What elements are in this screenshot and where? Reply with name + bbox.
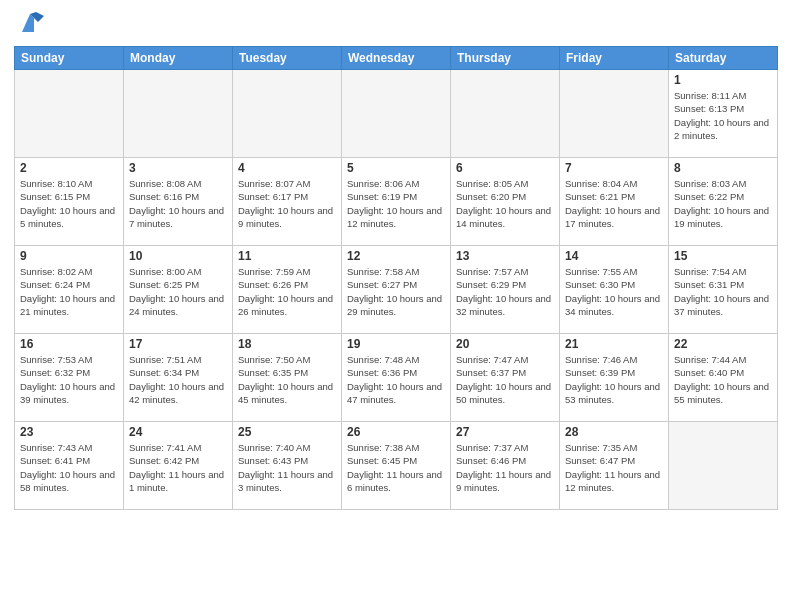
- day-number: 28: [565, 425, 663, 439]
- calendar-cell: 1Sunrise: 8:11 AM Sunset: 6:13 PM Daylig…: [669, 70, 778, 158]
- day-info: Sunrise: 7:55 AM Sunset: 6:30 PM Dayligh…: [565, 265, 663, 318]
- day-info: Sunrise: 7:44 AM Sunset: 6:40 PM Dayligh…: [674, 353, 772, 406]
- day-info: Sunrise: 8:02 AM Sunset: 6:24 PM Dayligh…: [20, 265, 118, 318]
- day-number: 14: [565, 249, 663, 263]
- calendar-cell: 18Sunrise: 7:50 AM Sunset: 6:35 PM Dayli…: [233, 334, 342, 422]
- calendar-header-row: SundayMondayTuesdayWednesdayThursdayFrid…: [15, 47, 778, 70]
- day-number: 15: [674, 249, 772, 263]
- day-info: Sunrise: 8:00 AM Sunset: 6:25 PM Dayligh…: [129, 265, 227, 318]
- day-info: Sunrise: 8:07 AM Sunset: 6:17 PM Dayligh…: [238, 177, 336, 230]
- day-number: 3: [129, 161, 227, 175]
- day-number: 10: [129, 249, 227, 263]
- calendar-cell: 2Sunrise: 8:10 AM Sunset: 6:15 PM Daylig…: [15, 158, 124, 246]
- day-info: Sunrise: 8:11 AM Sunset: 6:13 PM Dayligh…: [674, 89, 772, 142]
- day-number: 2: [20, 161, 118, 175]
- day-info: Sunrise: 8:08 AM Sunset: 6:16 PM Dayligh…: [129, 177, 227, 230]
- calendar-cell: [669, 422, 778, 510]
- calendar-cell: 12Sunrise: 7:58 AM Sunset: 6:27 PM Dayli…: [342, 246, 451, 334]
- calendar-cell: 25Sunrise: 7:40 AM Sunset: 6:43 PM Dayli…: [233, 422, 342, 510]
- calendar-cell: [342, 70, 451, 158]
- day-number: 7: [565, 161, 663, 175]
- calendar-cell: 9Sunrise: 8:02 AM Sunset: 6:24 PM Daylig…: [15, 246, 124, 334]
- calendar-week-1: 2Sunrise: 8:10 AM Sunset: 6:15 PM Daylig…: [15, 158, 778, 246]
- day-info: Sunrise: 8:03 AM Sunset: 6:22 PM Dayligh…: [674, 177, 772, 230]
- calendar-cell: 21Sunrise: 7:46 AM Sunset: 6:39 PM Dayli…: [560, 334, 669, 422]
- day-number: 16: [20, 337, 118, 351]
- calendar-cell: [15, 70, 124, 158]
- day-number: 12: [347, 249, 445, 263]
- day-info: Sunrise: 8:05 AM Sunset: 6:20 PM Dayligh…: [456, 177, 554, 230]
- day-info: Sunrise: 7:53 AM Sunset: 6:32 PM Dayligh…: [20, 353, 118, 406]
- day-info: Sunrise: 7:48 AM Sunset: 6:36 PM Dayligh…: [347, 353, 445, 406]
- day-number: 8: [674, 161, 772, 175]
- day-info: Sunrise: 7:43 AM Sunset: 6:41 PM Dayligh…: [20, 441, 118, 494]
- calendar-cell: 23Sunrise: 7:43 AM Sunset: 6:41 PM Dayli…: [15, 422, 124, 510]
- calendar-week-3: 16Sunrise: 7:53 AM Sunset: 6:32 PM Dayli…: [15, 334, 778, 422]
- day-info: Sunrise: 7:40 AM Sunset: 6:43 PM Dayligh…: [238, 441, 336, 494]
- day-number: 11: [238, 249, 336, 263]
- calendar-cell: 3Sunrise: 8:08 AM Sunset: 6:16 PM Daylig…: [124, 158, 233, 246]
- calendar-cell: 11Sunrise: 7:59 AM Sunset: 6:26 PM Dayli…: [233, 246, 342, 334]
- day-number: 19: [347, 337, 445, 351]
- day-number: 1: [674, 73, 772, 87]
- day-info: Sunrise: 7:57 AM Sunset: 6:29 PM Dayligh…: [456, 265, 554, 318]
- calendar-cell: [233, 70, 342, 158]
- header: [14, 10, 778, 38]
- calendar-cell: 17Sunrise: 7:51 AM Sunset: 6:34 PM Dayli…: [124, 334, 233, 422]
- calendar-header-wednesday: Wednesday: [342, 47, 451, 70]
- calendar-week-4: 23Sunrise: 7:43 AM Sunset: 6:41 PM Dayli…: [15, 422, 778, 510]
- calendar-cell: [451, 70, 560, 158]
- page: SundayMondayTuesdayWednesdayThursdayFrid…: [0, 0, 792, 612]
- calendar-cell: 26Sunrise: 7:38 AM Sunset: 6:45 PM Dayli…: [342, 422, 451, 510]
- day-number: 20: [456, 337, 554, 351]
- day-number: 21: [565, 337, 663, 351]
- day-info: Sunrise: 7:35 AM Sunset: 6:47 PM Dayligh…: [565, 441, 663, 494]
- calendar-week-0: 1Sunrise: 8:11 AM Sunset: 6:13 PM Daylig…: [15, 70, 778, 158]
- day-info: Sunrise: 7:50 AM Sunset: 6:35 PM Dayligh…: [238, 353, 336, 406]
- calendar-week-2: 9Sunrise: 8:02 AM Sunset: 6:24 PM Daylig…: [15, 246, 778, 334]
- day-info: Sunrise: 8:04 AM Sunset: 6:21 PM Dayligh…: [565, 177, 663, 230]
- day-number: 18: [238, 337, 336, 351]
- day-info: Sunrise: 7:41 AM Sunset: 6:42 PM Dayligh…: [129, 441, 227, 494]
- calendar-cell: 10Sunrise: 8:00 AM Sunset: 6:25 PM Dayli…: [124, 246, 233, 334]
- day-number: 13: [456, 249, 554, 263]
- day-info: Sunrise: 8:10 AM Sunset: 6:15 PM Dayligh…: [20, 177, 118, 230]
- calendar-header-thursday: Thursday: [451, 47, 560, 70]
- calendar-cell: 5Sunrise: 8:06 AM Sunset: 6:19 PM Daylig…: [342, 158, 451, 246]
- calendar-cell: 28Sunrise: 7:35 AM Sunset: 6:47 PM Dayli…: [560, 422, 669, 510]
- calendar: SundayMondayTuesdayWednesdayThursdayFrid…: [14, 46, 778, 510]
- day-info: Sunrise: 7:47 AM Sunset: 6:37 PM Dayligh…: [456, 353, 554, 406]
- day-info: Sunrise: 7:58 AM Sunset: 6:27 PM Dayligh…: [347, 265, 445, 318]
- calendar-header-saturday: Saturday: [669, 47, 778, 70]
- day-number: 24: [129, 425, 227, 439]
- calendar-cell: 16Sunrise: 7:53 AM Sunset: 6:32 PM Dayli…: [15, 334, 124, 422]
- day-info: Sunrise: 7:54 AM Sunset: 6:31 PM Dayligh…: [674, 265, 772, 318]
- day-info: Sunrise: 7:38 AM Sunset: 6:45 PM Dayligh…: [347, 441, 445, 494]
- day-number: 27: [456, 425, 554, 439]
- logo: [14, 10, 44, 38]
- calendar-header-sunday: Sunday: [15, 47, 124, 70]
- day-number: 25: [238, 425, 336, 439]
- logo-icon: [16, 10, 44, 38]
- day-number: 9: [20, 249, 118, 263]
- calendar-cell: 15Sunrise: 7:54 AM Sunset: 6:31 PM Dayli…: [669, 246, 778, 334]
- day-number: 17: [129, 337, 227, 351]
- calendar-cell: 13Sunrise: 7:57 AM Sunset: 6:29 PM Dayli…: [451, 246, 560, 334]
- calendar-cell: 27Sunrise: 7:37 AM Sunset: 6:46 PM Dayli…: [451, 422, 560, 510]
- calendar-header-friday: Friday: [560, 47, 669, 70]
- calendar-cell: 14Sunrise: 7:55 AM Sunset: 6:30 PM Dayli…: [560, 246, 669, 334]
- day-info: Sunrise: 7:37 AM Sunset: 6:46 PM Dayligh…: [456, 441, 554, 494]
- calendar-cell: [124, 70, 233, 158]
- calendar-cell: 19Sunrise: 7:48 AM Sunset: 6:36 PM Dayli…: [342, 334, 451, 422]
- day-number: 23: [20, 425, 118, 439]
- calendar-cell: 20Sunrise: 7:47 AM Sunset: 6:37 PM Dayli…: [451, 334, 560, 422]
- calendar-cell: 24Sunrise: 7:41 AM Sunset: 6:42 PM Dayli…: [124, 422, 233, 510]
- day-info: Sunrise: 7:59 AM Sunset: 6:26 PM Dayligh…: [238, 265, 336, 318]
- day-number: 22: [674, 337, 772, 351]
- calendar-cell: 4Sunrise: 8:07 AM Sunset: 6:17 PM Daylig…: [233, 158, 342, 246]
- calendar-header-tuesday: Tuesday: [233, 47, 342, 70]
- day-number: 6: [456, 161, 554, 175]
- day-number: 4: [238, 161, 336, 175]
- day-number: 26: [347, 425, 445, 439]
- calendar-cell: 6Sunrise: 8:05 AM Sunset: 6:20 PM Daylig…: [451, 158, 560, 246]
